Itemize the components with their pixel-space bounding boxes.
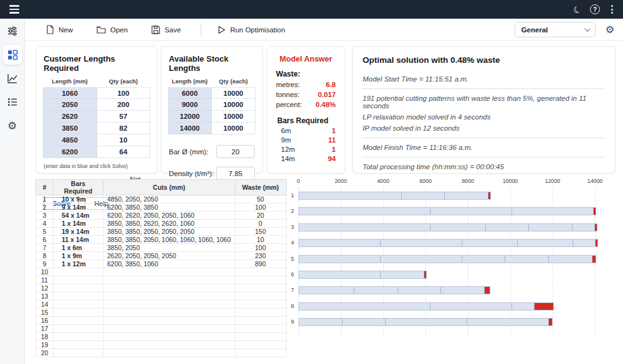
pattern-cuts <box>103 268 235 276</box>
sidebar-item-filters[interactable] <box>2 21 22 41</box>
stock-length-cell[interactable]: 6000 <box>168 87 211 99</box>
stock-length-cell[interactable]: 14000 <box>168 123 211 134</box>
pattern-cuts: 3850, 3850, 2620, 2620, 1060 <box>103 220 235 228</box>
pattern-row: 15 <box>36 309 287 317</box>
cut-segment <box>549 256 592 263</box>
cut-segment <box>398 287 442 294</box>
stock-length-cell[interactable]: 12000 <box>168 111 211 123</box>
pattern-number: 20 <box>36 349 54 357</box>
bars-row-value: 94 <box>328 155 336 162</box>
cut-segment <box>381 271 424 278</box>
customer-length-cell[interactable]: 2620 <box>43 111 97 123</box>
stock-length-cell[interactable]: 9000 <box>168 99 211 111</box>
solution-card: Optimal solution with 0.48% waste Model … <box>352 46 616 174</box>
save-button[interactable]: Save <box>146 22 186 37</box>
cut-segment <box>299 192 402 199</box>
axis-tick-label: 6000 <box>419 178 432 184</box>
pattern-bars <box>54 325 103 333</box>
help-icon[interactable]: ? <box>590 4 600 14</box>
new-button[interactable]: New <box>40 22 78 37</box>
sidebar-item-list[interactable] <box>2 92 22 112</box>
pattern-number: 18 <box>36 333 54 341</box>
pattern-waste <box>235 325 286 333</box>
pattern-number: 17 <box>36 325 54 333</box>
pattern-waste <box>235 309 286 317</box>
stock-row: 600010000 <box>168 87 255 99</box>
new-button-label: New <box>59 26 73 34</box>
menu-icon[interactable] <box>5 2 24 16</box>
pattern-bars: 11 x 14m <box>54 236 103 244</box>
waste-segment <box>485 287 490 294</box>
pattern-waste: 150 <box>235 228 286 236</box>
customer-length-cell[interactable]: 4850 <box>43 134 97 146</box>
sidebar-item-settings[interactable]: ⚙ <box>2 116 22 136</box>
dark-mode-icon[interactable]: ☾ <box>571 3 583 15</box>
pattern-bars: 19 x 14m <box>54 228 103 236</box>
pattern-row: 519 x 14m3850, 3850, 2050, 2050, 2050150 <box>36 228 287 236</box>
patterns-table-header: # Bars Required Cuts (mm) Waste (mm) <box>36 180 287 195</box>
pattern-cuts: 2620, 2050, 2050, 2050 <box>103 252 235 260</box>
pattern-number: 19 <box>36 341 54 349</box>
pattern-cuts <box>103 309 235 317</box>
customer-qty-cell[interactable]: 10 <box>97 134 150 146</box>
open-folder-icon <box>97 26 106 34</box>
customer-length-cell[interactable]: 2050 <box>43 99 97 111</box>
sidebar-item-charts[interactable] <box>2 68 22 88</box>
stock-qty-cell[interactable]: 10000 <box>211 123 255 134</box>
customer-qty-cell[interactable]: 57 <box>97 111 150 123</box>
col-waste: Waste (mm) <box>235 180 286 195</box>
pattern-cuts <box>103 276 235 284</box>
pattern-row: 16 <box>36 317 287 325</box>
pattern-number: 10 <box>36 268 54 276</box>
pattern-number: 1 <box>36 195 54 203</box>
run-optimisation-button[interactable]: Run Optimisation <box>212 22 290 37</box>
save-icon <box>151 26 160 34</box>
bar-diameter-input[interactable] <box>216 145 255 158</box>
waste-segment <box>535 303 553 310</box>
pattern-bars <box>54 292 103 301</box>
waste-row-label: metres: <box>276 81 300 88</box>
sidebar-item-dashboard[interactable] <box>2 45 22 65</box>
pattern-cuts: 6200, 3850, 1060 <box>103 260 235 268</box>
density-input[interactable] <box>216 167 255 180</box>
cut-segment <box>505 256 549 263</box>
customer-length-cell[interactable]: 1060 <box>43 87 97 99</box>
stock-qty-cell[interactable]: 10000 <box>211 111 255 123</box>
waste-row: percent:0.48% <box>276 101 336 108</box>
solution-title: Optimal solution with 0.48% waste <box>353 47 615 68</box>
profile-select[interactable]: General <box>515 22 596 37</box>
stock-qty-cell[interactable]: 10000 <box>211 87 255 99</box>
toolbar: New Open Save Run Optimisation General ⚙ <box>25 19 623 41</box>
customer-row: 485010 <box>43 134 150 146</box>
pattern-number: 9 <box>36 260 54 268</box>
cutting-patterns-chart: 0200040006000800010000120001400012345678… <box>285 178 618 341</box>
bar-diameter-label: Bar Ø (mm): <box>169 148 208 156</box>
pattern-row: 12 <box>36 284 287 292</box>
stock-qty-cell[interactable]: 10000 <box>211 99 255 111</box>
list-icon <box>7 96 18 108</box>
pattern-bars: 54 x 14m <box>54 212 103 220</box>
pattern-bar <box>298 192 491 200</box>
open-button[interactable]: Open <box>92 22 133 37</box>
settings-gear-icon[interactable]: ⚙ <box>606 25 614 35</box>
customer-qty-cell[interactable]: 100 <box>97 87 150 99</box>
customer-qty-cell[interactable]: 64 <box>97 146 150 158</box>
profile-select-value: General <box>521 26 548 34</box>
pattern-bar <box>298 207 596 215</box>
overflow-menu-icon[interactable] <box>609 4 616 15</box>
pattern-number: 5 <box>36 228 54 236</box>
customer-length-cell[interactable]: 6200 <box>43 146 97 158</box>
pattern-cuts <box>103 349 235 357</box>
waste-row-value: 6.8 <box>326 81 336 88</box>
pattern-cuts <box>103 317 235 325</box>
col-cuts: Cuts (mm) <box>103 180 235 195</box>
pattern-bar <box>298 223 597 231</box>
customer-qty-cell[interactable]: 82 <box>97 123 150 134</box>
customer-length-cell[interactable]: 3850 <box>43 123 97 134</box>
waste-segment <box>595 224 597 231</box>
customer-qty-cell[interactable]: 200 <box>97 99 150 111</box>
cut-segment <box>299 319 343 325</box>
pattern-waste: 50 <box>235 195 286 203</box>
pattern-number: 14 <box>36 301 54 309</box>
gear-icon: ⚙ <box>7 121 17 131</box>
